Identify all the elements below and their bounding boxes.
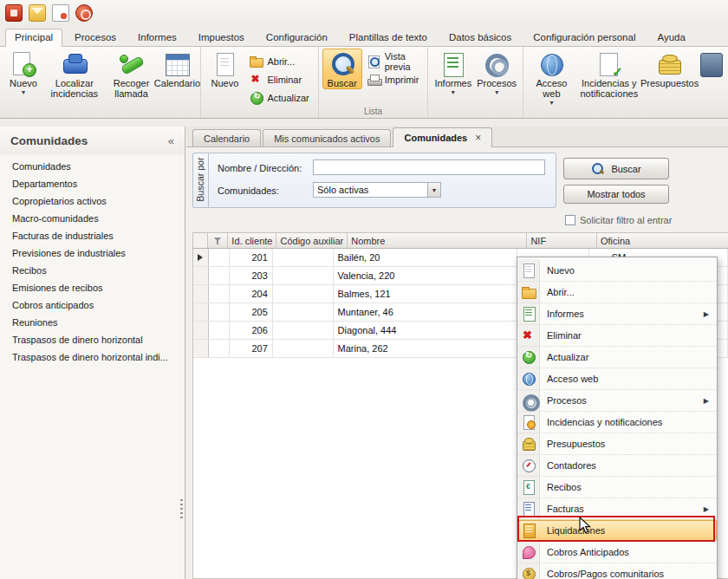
sidebar-item-departamentos[interactable]: Departamentos — [0, 175, 185, 192]
sidebar-item-reuniones[interactable]: Reuniones — [0, 314, 185, 331]
filter-column-header[interactable] — [208, 233, 228, 248]
buscar-action-button[interactable]: Buscar — [563, 158, 669, 179]
funnel-icon — [214, 237, 222, 245]
cell-aux — [273, 249, 334, 266]
ribbon: Nuevo ▾ Localizar incidencias Recoger ll… — [0, 46, 728, 119]
receipts-icon — [522, 480, 536, 494]
globe-icon — [538, 51, 564, 77]
sidebar-item-macro-comunidades[interactable]: Macro-comunidades — [0, 210, 185, 227]
record-call-icon[interactable] — [75, 4, 93, 22]
sidebar-item-facturas-industriales[interactable]: Facturas de industriales — [0, 227, 185, 244]
ribbon-group-label: Lista — [319, 107, 428, 117]
sidebar-item-traspasos-indirectos[interactable]: Traspasos de dinero horizontal indi... — [0, 348, 185, 366]
collapse-sidebar-icon[interactable]: « — [168, 134, 174, 147]
menu-item-cobros-pagos[interactable]: Cobros/Pagos comunitarios — [517, 563, 717, 579]
menu-item-cobros-anticipados[interactable]: Cobros Anticipados — [517, 541, 717, 563]
menu-item-facturas[interactable]: Facturas▶ — [517, 498, 717, 519]
presupuestos-button[interactable]: Presupuestos — [642, 49, 698, 89]
tab-configuracion[interactable]: Configuración — [257, 29, 337, 46]
mail-icon[interactable] — [29, 4, 46, 22]
solicitar-filtro-label: Solicitar filtro al entrar — [580, 215, 672, 225]
mostrar-todos-label: Mostrar todos — [587, 189, 645, 199]
column-header-nif[interactable]: NIF — [527, 233, 597, 248]
sidebar-item-recibos[interactable]: Recibos — [0, 262, 185, 279]
menu-item-acceso-web[interactable]: Acceso web — [517, 368, 717, 389]
menu-item-informes[interactable]: Informes▶ — [517, 303, 717, 324]
comunidades-filter-label: Comunidades: — [218, 185, 279, 196]
tab-informes[interactable]: Informes — [128, 29, 186, 46]
solicitar-filtro-checkbox[interactable] — [565, 215, 575, 225]
menu-item-presupuestos[interactable]: Presupuestos — [517, 433, 717, 454]
menu-item-label: Procesos — [547, 395, 587, 406]
imprimir-button[interactable]: Imprimir — [362, 70, 425, 88]
sidebar-item-copropietarios[interactable]: Copropietarios activos — [0, 192, 185, 210]
phone-icon — [119, 51, 145, 77]
delete-icon — [522, 329, 536, 342]
tab-principal[interactable]: Principal — [5, 29, 62, 47]
column-header-oficina[interactable]: Oficina — [597, 233, 728, 248]
sidebar-item-comunidades[interactable]: Comunidades — [0, 158, 185, 175]
sidebar-item-cobros-anticipados[interactable]: Cobros anticipados — [0, 296, 185, 314]
nuevo-dropdown-button[interactable]: Nuevo ▾ — [3, 49, 43, 96]
menu-item-liquidaciones[interactable]: Liquidaciones — [517, 519, 717, 541]
close-tab-icon[interactable]: × — [475, 132, 481, 144]
menu-item-eliminar[interactable]: Eliminar — [517, 324, 717, 346]
doc-tab-calendario[interactable]: Calendario — [192, 129, 261, 146]
buscar-button[interactable]: Buscar — [322, 49, 362, 89]
save-page-icon[interactable] — [52, 4, 69, 22]
sidebar-item-previsiones[interactable]: Previsiones de industriales — [0, 244, 185, 262]
column-header-codigo-auxiliar[interactable]: Código auxiliar — [276, 233, 348, 248]
abrir-label: Abrir... — [267, 56, 295, 67]
tab-configuracion-personal[interactable]: Configuración personal — [523, 29, 645, 46]
eliminar-button[interactable]: Eliminar — [244, 70, 314, 88]
column-header-id-cliente[interactable]: Id. cliente — [228, 233, 276, 248]
menu-item-procesos[interactable]: Procesos▶ — [517, 389, 717, 411]
tab-impuestos[interactable]: Impuestos — [189, 29, 254, 46]
menu-item-abrir[interactable]: Abrir... — [517, 281, 717, 303]
nombre-direccion-input[interactable] — [313, 159, 545, 175]
menu-item-label: Informes — [547, 309, 584, 319]
doc-tab-comunicados[interactable]: Mis comunicados activos — [263, 129, 391, 146]
calendario-button[interactable]: Calendario — [157, 49, 197, 89]
clipped-ribbon-button[interactable] — [697, 49, 725, 78]
abrir-button[interactable]: Abrir... — [244, 52, 314, 70]
open-folder-icon — [522, 285, 536, 299]
nuevo-registro-button[interactable]: Nuevo — [205, 49, 244, 89]
filter-group-label: Buscar por — [195, 153, 205, 206]
menu-item-contadores[interactable]: Contadores — [517, 454, 717, 476]
app-icon[interactable] — [5, 4, 23, 22]
web-access-icon — [522, 372, 536, 386]
tab-procesos[interactable]: Procesos — [65, 29, 126, 46]
menu-item-actualizar[interactable]: Actualizar — [517, 346, 717, 368]
sidebar-splitter-handle[interactable] — [180, 499, 183, 520]
procesos-dropdown-button[interactable]: Procesos ▾ — [474, 49, 519, 96]
cell-nombre: Balmes, 121 — [334, 285, 518, 303]
imprimir-label: Imprimir — [385, 75, 419, 85]
tab-plantillas[interactable]: Plantillas de texto — [340, 29, 437, 46]
menu-item-recibos[interactable]: Recibos — [517, 476, 717, 498]
recoger-llamada-button[interactable]: Recoger llamada — [106, 49, 158, 100]
mostrar-todos-button[interactable]: Mostrar todos — [563, 185, 669, 204]
acceso-web-button[interactable]: Acceso web ▾ — [527, 49, 576, 107]
menu-item-nuevo[interactable]: Nuevo — [517, 259, 717, 281]
tab-datos-basicos[interactable]: Datos básicos — [439, 29, 521, 46]
document-tab-strip: Calendario Mis comunicados activos Comun… — [186, 127, 728, 147]
tab-ayuda[interactable]: Ayuda — [647, 29, 694, 46]
doc-tab-comunidades-label: Comunidades — [404, 133, 467, 143]
dropdown-arrow-icon[interactable]: ▼ — [427, 183, 440, 197]
informes-dropdown-button[interactable]: Informes ▾ — [432, 49, 474, 96]
row-indicator-cell — [193, 303, 209, 321]
column-header-nombre[interactable]: Nombre — [348, 233, 527, 248]
actualizar-button[interactable]: Actualizar — [244, 88, 314, 107]
sidebar-item-traspasos[interactable]: Traspasos de dinero horizontal — [0, 331, 185, 348]
ribbon-group-general: Nuevo ▾ Localizar incidencias Recoger ll… — [0, 47, 201, 118]
sidebar-item-emisiones[interactable]: Emisiones de recibos — [0, 279, 185, 296]
comunidades-select[interactable]: Sólo activas ▼ — [313, 182, 441, 198]
print-button-stack: Vista previa Imprimir — [362, 49, 425, 88]
vista-previa-button[interactable]: Vista previa — [362, 52, 425, 70]
menu-item-incidencias[interactable]: Incidencias y notificaciones — [517, 411, 717, 433]
incidencias-notificaciones-button[interactable]: Incidencias y notificaciones — [576, 49, 642, 100]
submenu-arrow-icon: ▶ — [704, 397, 709, 405]
doc-tab-comunidades[interactable]: Comunidades × — [393, 127, 492, 147]
localizar-incidencias-button[interactable]: Localizar incidencias — [43, 49, 106, 100]
